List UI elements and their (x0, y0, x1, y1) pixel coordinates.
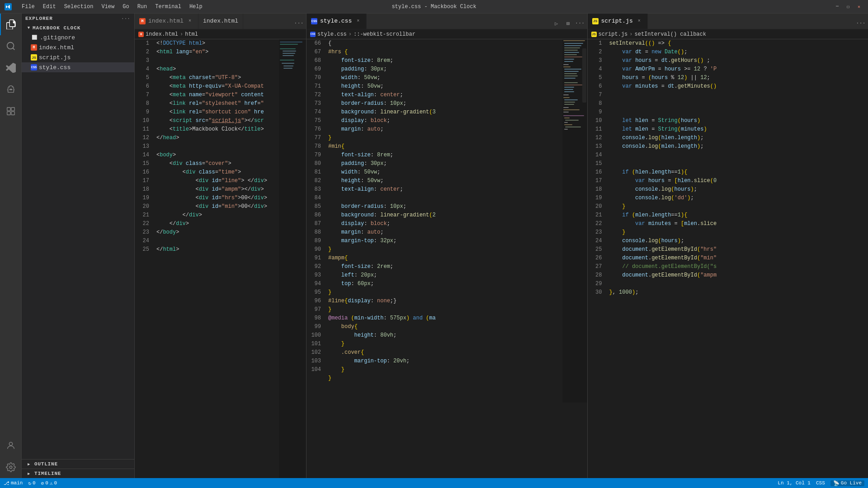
middle-code-editor[interactable]: 6667686970 7172737475 7677787980 8182838… (307, 39, 587, 478)
position-text: Ln 1, Col 1 (778, 480, 811, 486)
svg-point-0 (7, 42, 14, 49)
activity-extensions[interactable] (0, 100, 22, 122)
breadcrumb-sep3: › (629, 31, 632, 38)
activity-git[interactable] (0, 57, 22, 79)
menu-terminal[interactable]: Terminal (151, 0, 185, 14)
status-right: Ln 1, Col 1 CSS 📡 Go Live (778, 480, 864, 486)
error-icon: ⊘ (41, 480, 44, 486)
gitignore-icon: ⬜ (31, 34, 38, 41)
menu-selection[interactable]: Selection (61, 0, 97, 14)
split-btn[interactable]: ⊞ (563, 18, 574, 29)
right-tab-bar: JS script.js × ··· (588, 14, 868, 29)
left-line-numbers: 12345 678910 1112131415 1617181920 21222… (135, 39, 153, 478)
svg-line-1 (13, 48, 14, 50)
right-more-btn[interactable]: ··· (855, 18, 866, 29)
minimize-button[interactable]: ─ (833, 4, 842, 10)
activity-explorer[interactable] (0, 14, 22, 35)
tab-script-js[interactable]: JS script.js × (588, 14, 648, 29)
error-count: 0 (45, 480, 48, 486)
svg-rect-56 (582, 48, 586, 103)
middle-breadcrumb: CSS style.css › ::-webkit-scrollbar (307, 29, 587, 39)
activity-search[interactable] (0, 35, 22, 57)
file-script-js[interactable]: JS script.js (22, 52, 134, 62)
svg-rect-2 (9, 89, 12, 90)
middle-code-content: { #hrs { font-size: 8rem; padding: 30px;… (325, 39, 562, 478)
branch-name: main (11, 480, 23, 486)
tab-close-1[interactable]: × (186, 18, 193, 25)
maximize-button[interactable]: ☐ (844, 4, 853, 10)
explorer-actions: ··· (123, 15, 131, 22)
svg-rect-51 (565, 120, 579, 121)
menu-go[interactable]: Go (119, 0, 132, 14)
svg-rect-9 (280, 42, 302, 42)
svg-rect-34 (564, 75, 578, 76)
svg-rect-41 (563, 94, 569, 95)
more-btn[interactable]: ··· (575, 18, 585, 29)
menu-edit[interactable]: Edit (39, 0, 60, 14)
breadcrumb-symbol: html (185, 31, 198, 38)
menu-run[interactable]: Run (134, 0, 151, 14)
sidebar: EXPLORER ··· ▼ MACKBOOK CLOCK ⬜ .gitigno… (22, 14, 135, 478)
svg-rect-49 (563, 115, 584, 116)
right-code-editor[interactable]: 12345 678910 1112131415 1617181920 21222… (588, 39, 868, 478)
svg-rect-33 (564, 73, 577, 74)
sync-status[interactable]: ↻ 0 (28, 480, 35, 486)
git-branch[interactable]: ⎇ main (4, 480, 23, 486)
breadcrumb-css-file: style.css (317, 31, 347, 38)
editor-pane-middle: CSS style.css × ▷ ⊞ ··· CSS style.css › … (307, 14, 588, 478)
activity-settings[interactable] (0, 456, 22, 478)
svg-rect-48 (563, 112, 569, 113)
menu-view[interactable]: View (98, 0, 118, 14)
activity-account[interactable] (0, 435, 22, 456)
tab-close-css[interactable]: × (354, 18, 362, 25)
svg-rect-20 (564, 43, 583, 44)
tab-index-html-2[interactable]: index.html (198, 14, 243, 29)
breadcrumb-sep2: › (349, 31, 352, 38)
gitignore-label: .gitignore (40, 34, 75, 41)
svg-point-7 (9, 442, 12, 446)
section-label: MACKBOOK CLOCK (33, 25, 80, 31)
menu-file[interactable]: File (18, 0, 38, 14)
file-tree: ⬜ .gitignore H index.html JS script.js C… (22, 33, 134, 246)
svg-rect-21 (564, 45, 581, 46)
error-status[interactable]: ⊘ 0 ⚠ 0 (41, 480, 57, 486)
outline-section[interactable]: ▶ OUTLINE (22, 459, 134, 469)
svg-rect-4 (11, 108, 14, 111)
breadcrumb-file: index.html (146, 31, 178, 38)
status-lang[interactable]: CSS (816, 480, 825, 486)
editor-area: H index.html × index.html ··· H index.ht… (135, 14, 868, 478)
svg-rect-23 (564, 50, 578, 51)
split-editor-btn[interactable]: ··· (293, 18, 304, 29)
left-code-editor[interactable]: 12345 678910 1112131415 1617181920 21222… (135, 39, 306, 478)
file-style-css[interactable]: CSS style.css (22, 62, 134, 72)
script-js-label: script.js (39, 54, 71, 61)
warning-icon: ⚠ (50, 480, 53, 486)
mackbook-clock-section[interactable]: ▼ MACKBOOK CLOCK (22, 23, 134, 33)
tab-index-html-1[interactable]: H index.html × (135, 14, 198, 29)
title-bar: File Edit Selection View Go Run Terminal… (0, 0, 868, 14)
timeline-section[interactable]: ▶ TIMELINE (22, 469, 134, 478)
explorer-more[interactable]: ··· (123, 15, 129, 22)
svg-rect-31 (564, 69, 581, 70)
svg-rect-47 (563, 109, 580, 110)
status-live-server[interactable]: 📡 Go Live (830, 480, 864, 486)
tab-style-css[interactable]: CSS style.css × (307, 14, 367, 29)
timeline-label: TIMELINE (34, 471, 61, 476)
activity-debug[interactable] (0, 79, 22, 100)
close-button[interactable]: ✕ (854, 4, 863, 10)
menu-help[interactable]: Help (186, 0, 206, 14)
svg-rect-52 (564, 122, 568, 123)
file-gitignore[interactable]: ⬜ .gitignore (22, 33, 134, 42)
html-tab-icon-1: H (139, 18, 146, 24)
html-file-icon: H (31, 44, 37, 51)
svg-rect-43 (564, 99, 578, 100)
svg-rect-29 (563, 64, 569, 65)
js-file-icon: JS (31, 54, 37, 61)
tab-close-js[interactable]: × (636, 18, 643, 25)
svg-rect-11 (280, 48, 296, 49)
sync-count: 0 (33, 480, 36, 486)
run-btn[interactable]: ▷ (551, 18, 562, 29)
status-position[interactable]: Ln 1, Col 1 (778, 480, 811, 486)
explorer-title: EXPLORER (25, 16, 53, 21)
file-index-html[interactable]: H index.html (22, 42, 134, 52)
